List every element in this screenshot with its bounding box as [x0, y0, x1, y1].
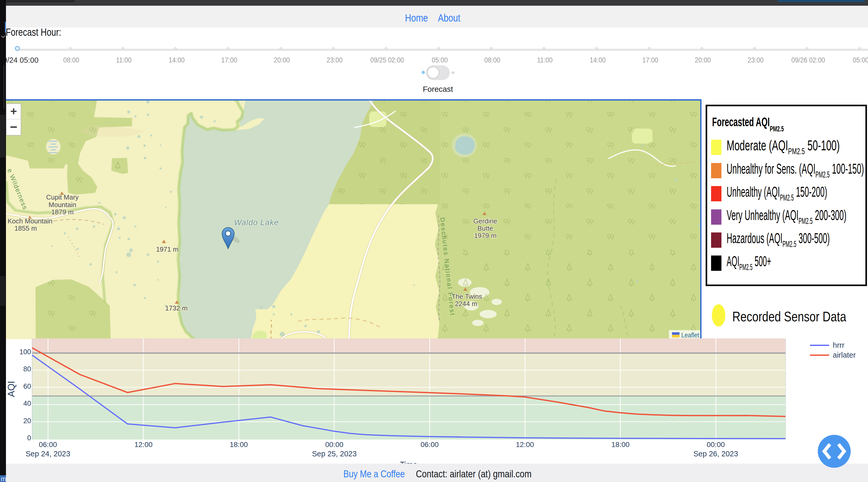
svg-text:1971 m: 1971 m — [156, 246, 179, 253]
svg-text:2244 m: 2244 m — [455, 300, 477, 308]
svg-text:Koch Mountain: Koch Mountain — [7, 217, 52, 225]
svg-text:Mountain: Mountain — [49, 201, 76, 208]
svg-text:Butte: Butte — [477, 224, 493, 232]
svg-text:1879 m: 1879 m — [51, 208, 74, 216]
svg-text:1855 m: 1855 m — [14, 224, 37, 232]
svg-text:1979 m: 1979 m — [474, 232, 497, 239]
svg-text:1732 m: 1732 m — [165, 304, 188, 312]
svg-text:Waldo Lake: Waldo Lake — [234, 218, 279, 227]
svg-text:Cupit Mary: Cupit Mary — [46, 193, 79, 201]
svg-text:The Twins: The Twins — [452, 292, 482, 300]
svg-text:Gerdine: Gerdine — [473, 217, 497, 225]
